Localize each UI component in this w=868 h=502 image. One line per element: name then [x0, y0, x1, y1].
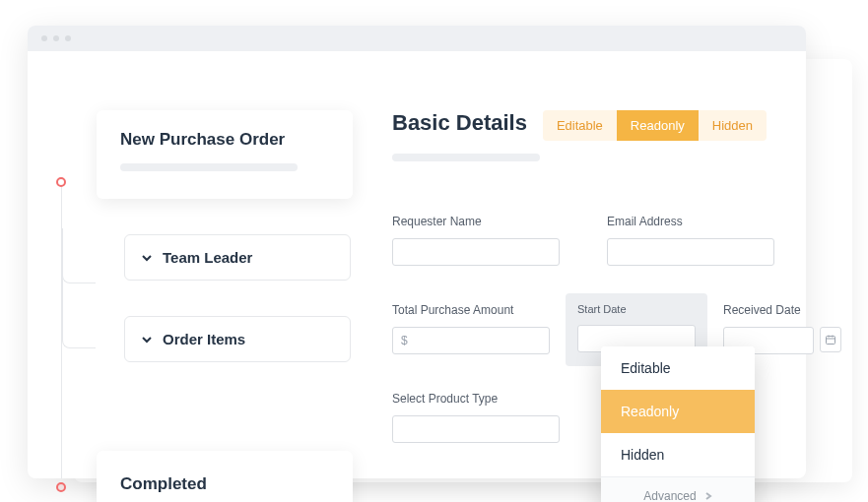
purchase-order-card[interactable]: New Purchase Order — [97, 110, 353, 199]
window-dot — [65, 35, 71, 41]
dropdown-item-readonly[interactable]: Readonly — [601, 390, 755, 433]
app-window: New Purchase Order Team Leader Order Ite… — [28, 26, 806, 478]
skeleton-bar — [120, 163, 298, 171]
dropdown-advanced[interactable]: Advanced — [601, 476, 755, 502]
timeline-dot — [56, 177, 66, 187]
field-label: Requester Name — [392, 215, 560, 228]
dropdown-item-hidden[interactable]: Hidden — [601, 433, 755, 476]
field-label: Received Date — [723, 303, 841, 317]
dropdown-item-editable[interactable]: Editable — [601, 346, 755, 390]
requester-name-input[interactable] — [392, 238, 560, 266]
field-label: Total Purchase Amount — [392, 303, 550, 317]
card-title: New Purchase Order — [120, 130, 329, 150]
titlebar — [28, 26, 806, 51]
skeleton-bar — [392, 154, 540, 161]
field-requester-name: Requester Name — [392, 215, 560, 266]
seg-hidden[interactable]: Hidden — [699, 110, 767, 141]
email-address-input[interactable] — [607, 238, 774, 266]
field-label: Email Address — [607, 215, 774, 228]
sidebar-item-label: Order Items — [163, 331, 245, 347]
svg-rect-0 — [827, 337, 835, 345]
sidebar: New Purchase Order Team Leader Order Ite… — [28, 51, 392, 478]
window-dot — [41, 35, 47, 41]
product-type-select[interactable] — [392, 415, 560, 443]
field-email-address: Email Address — [607, 215, 774, 266]
chevron-down-icon — [141, 334, 153, 345]
sidebar-item-team-leader[interactable]: Team Leader — [124, 234, 351, 281]
visibility-dropdown: Editable Readonly Hidden Advanced — [601, 346, 755, 502]
page-title: Basic Details — [392, 110, 540, 136]
content: New Purchase Order Team Leader Order Ite… — [28, 51, 806, 478]
sidebar-item-label: Team Leader — [163, 249, 252, 266]
fields-row1: Requester Name Email Address — [392, 215, 767, 266]
field-total-purchase: Total Purchase Amount $ — [392, 303, 550, 354]
window-dot — [53, 35, 59, 41]
chevron-down-icon — [141, 252, 153, 264]
total-purchase-input[interactable]: $ — [392, 327, 550, 354]
branch-line — [62, 228, 96, 348]
seg-readonly[interactable]: Readonly — [617, 110, 699, 141]
field-select-product-type: Select Product Type — [392, 392, 560, 443]
field-label: Start Date — [577, 303, 696, 315]
main-header: Basic Details Editable Readonly Hidden — [392, 110, 767, 161]
completed-card[interactable]: Completed — [97, 451, 353, 502]
currency-prefix: $ — [401, 334, 408, 347]
field-label: Select Product Type — [392, 392, 560, 406]
seg-editable[interactable]: Editable — [543, 110, 617, 141]
calendar-icon[interactable] — [820, 327, 841, 352]
advanced-label: Advanced — [643, 489, 696, 502]
visibility-segmented: Editable Readonly Hidden — [543, 110, 767, 141]
sidebar-item-order-items[interactable]: Order Items — [124, 316, 351, 362]
timeline-dot — [56, 482, 66, 492]
card-title: Completed — [120, 474, 329, 494]
